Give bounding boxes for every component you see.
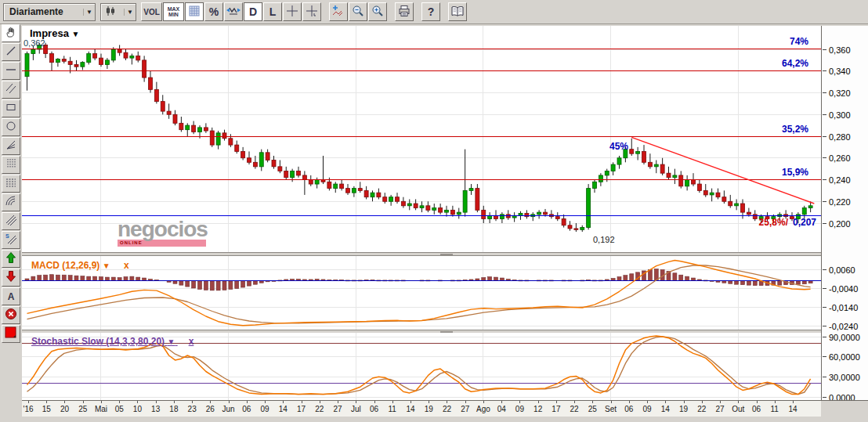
time-axis-label: 06 [370,405,378,413]
time-axis-label: 23 [188,405,197,413]
fib-level-label-74: 74% [790,36,808,47]
parallel-lines-tool[interactable] [2,81,20,99]
daily-mode-button[interactable]: D [244,2,262,21]
pan-hand-tool[interactable] [2,24,20,42]
time-axis-label: 17 [552,405,560,413]
fan-lines-tool[interactable] [2,137,20,155]
time-axis-label: 25 [78,405,87,413]
hand-icon [5,26,17,41]
time-axis-label: Jul [351,405,361,413]
splitter-grip-icon [440,254,453,255]
time-axis-label: 19 [425,405,433,413]
axis-tick-label: 90,0000 [829,333,860,342]
toolbar: Diariamente ▼ ▼ VOL MAXMIN % D L [0,0,868,24]
time-axis-label: 17 [297,405,306,413]
axis-tick-label: 0,300 [829,110,851,120]
fit-range-button[interactable] [224,2,243,21]
chevron-down-icon[interactable]: ▼ [103,261,110,270]
crosshair-button[interactable] [283,2,302,21]
time-axis-label: 25 [588,405,597,413]
fib-level-label-159: 15,9% [782,167,808,178]
reference-price-label: 0,362 [24,38,45,48]
axis-tick-label: 0,280 [829,132,851,142]
delete-icon [5,308,17,323]
rectangle-tool[interactable] [2,99,20,117]
axis-tick-label: 0,360 [829,45,851,55]
speed-resistance-tool[interactable]: S [2,231,20,249]
ellipse-tool[interactable] [2,118,20,136]
time-axis-label: 05 [115,405,124,413]
add-study-icon [332,5,345,19]
percent-scale-button[interactable]: % [204,2,223,21]
fibonacci-retracement-tool[interactable] [2,175,20,193]
axis-tick-label: 60,0000 [829,352,860,362]
stochastic-close-button[interactable]: x [189,336,194,347]
help-button[interactable]: ? [421,2,440,21]
symbol-title[interactable]: Impresa ▼ [30,27,79,39]
print-button[interactable] [395,2,414,21]
add-study-button[interactable] [329,2,348,21]
speed-lines-tool[interactable] [2,212,20,230]
rectangle-icon [5,101,17,116]
diagonal-line-icon [5,45,17,60]
horizontal-line-tool[interactable] [2,62,20,80]
chart-type-select[interactable]: ▼ [100,3,136,21]
time-axis-label: 26 [206,405,215,413]
candlestick-icon [101,5,124,19]
time-axis-label: 14 [279,405,288,413]
stochastic-title: Stochastic Slow (14,3,3,80,20) ▼ x [31,336,193,347]
time-axis-label: 10 [133,405,142,413]
macd-close-button[interactable]: x [124,260,129,271]
line-mode-button[interactable]: L [263,2,282,21]
fibonacci-time-zones-tool[interactable] [2,156,20,174]
time-axis-label: 14 [406,405,414,413]
grid-toggle-button[interactable] [185,2,204,21]
zoom-out-button[interactable] [349,2,367,21]
axis-tick-label: 30,0000 [829,373,860,382]
axis-tick-label: 0,320 [829,88,851,98]
time-axis-label: 15 [42,405,51,413]
axis-tick-label: 0,0060 [829,265,855,275]
maxmin-button[interactable]: MAXMIN [163,2,184,21]
axis-corner [821,400,868,417]
price-axis: 0,3600,3400,3200,3000,2800,2600,2400,220… [821,26,868,400]
fibonacci-arcs-tool[interactable] [2,193,20,211]
time-axis-label: Ago [476,405,490,413]
time-axis-label: 27 [333,405,342,413]
low-price-annotation: 0,192 [593,235,615,244]
grid-icon [189,5,201,19]
macd-panel[interactable] [22,256,821,330]
chevron-down-icon[interactable]: ▼ [167,337,175,346]
text-annotation-tool[interactable]: A [2,287,20,305]
zoom-in-button[interactable] [368,2,387,21]
time-axis-label: Jun [222,405,235,413]
time-axis-label: 11 [389,405,396,413]
zoom-out-icon [352,5,364,19]
zoom-in-icon [371,5,384,19]
arcs-icon [5,195,17,210]
fib-level-label-352: 35,2% [782,124,808,135]
charting-application: Diariamente ▼ ▼ VOL MAXMIN % D L [0,0,868,422]
parallel-lines-icon [5,82,17,97]
manual-book-button[interactable] [448,2,467,21]
delete-drawing-tool[interactable] [2,306,20,324]
color-picker-tool[interactable] [2,325,20,343]
time-axis-label: 12 [533,405,542,413]
buy-arrow-tool[interactable] [2,250,20,268]
time-axis-label: 19 [679,405,688,413]
axis-tick-label: 0,220 [829,197,851,207]
crosshair-label-button[interactable] [302,2,321,21]
axis-tick-label: 0,240 [829,175,851,185]
time-axis-label: '16 [23,405,33,413]
period-select[interactable]: Diariamente ▼ [3,3,96,21]
time-axis-label: 18 [169,405,178,413]
volume-button[interactable]: VOL [141,2,162,21]
sell-arrow-tool[interactable] [2,269,20,287]
trend-line-tool[interactable] [2,43,20,61]
time-axis-label: Mai [95,405,107,413]
time-axis-label: Out [732,405,744,413]
time-axis-label: 13 [151,405,160,413]
time-axis-label: 22 [570,405,579,413]
time-axis-label: 04 [497,405,506,413]
time-axis-label: 06 [242,405,251,413]
